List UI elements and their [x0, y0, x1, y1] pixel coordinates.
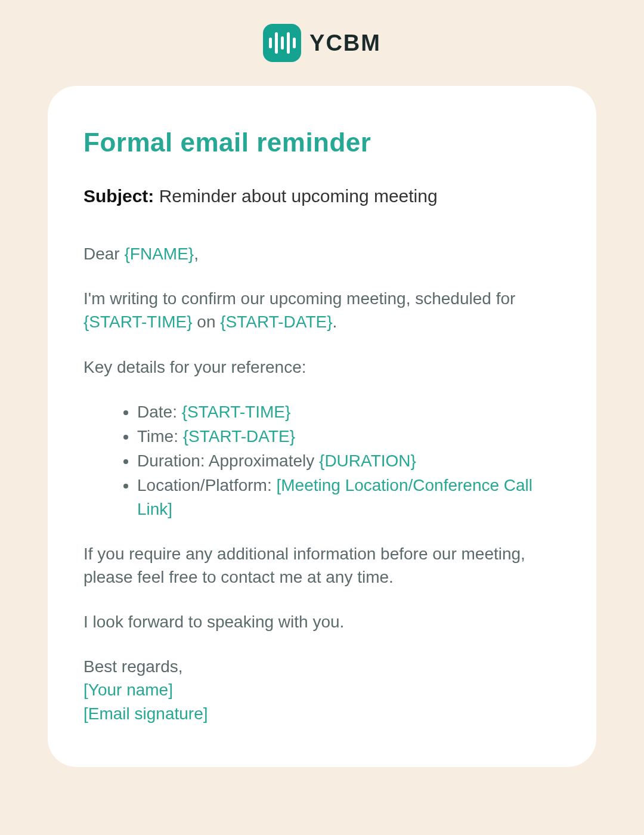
subject-value: Reminder about upcoming meeting	[159, 186, 438, 206]
look-forward-paragraph: I look forward to speaking with you.	[83, 610, 561, 633]
start-time-token: {START-TIME}	[83, 313, 193, 331]
template-heading: Formal email reminder	[83, 128, 561, 157]
detail-date-token: {START-TIME}	[182, 403, 291, 421]
subject-line: Subject: Reminder about upcoming meeting	[83, 186, 561, 206]
details-list: Date: {START-TIME} Time: {START-DATE} Du…	[83, 400, 561, 521]
intro-part1: I'm writing to confirm our upcoming meet…	[83, 289, 515, 308]
subject-label: Subject:	[83, 186, 154, 206]
greeting: Dear {FNAME},	[83, 242, 561, 265]
detail-location-label: Location/Platform:	[137, 476, 276, 494]
email-template-card: Formal email reminder Subject: Reminder …	[48, 86, 596, 767]
start-date-token: {START-DATE}	[220, 313, 332, 331]
closing-regards: Best regards,	[83, 655, 561, 678]
greeting-suffix: ,	[194, 245, 199, 263]
detail-time-label: Time:	[137, 427, 183, 446]
details-intro: Key details for your reference:	[83, 355, 561, 379]
detail-duration-token: {DURATION}	[319, 451, 416, 470]
detail-time-token: {START-DATE}	[183, 427, 295, 446]
closing-block: Best regards, [Your name] [Email signatu…	[83, 655, 561, 725]
additional-info-paragraph: If you require any additional informatio…	[83, 542, 561, 589]
greeting-prefix: Dear	[83, 245, 124, 263]
brand-logo: YCBM	[48, 24, 596, 62]
closing-name-token: [Your name]	[83, 678, 561, 701]
intro-paragraph: I'm writing to confirm our upcoming meet…	[83, 287, 561, 333]
detail-duration-label: Duration: Approximately	[137, 451, 319, 470]
detail-date: Date: {START-TIME}	[137, 400, 561, 423]
brand-icon	[263, 24, 301, 62]
intro-middle: on	[193, 313, 221, 331]
detail-time: Time: {START-DATE}	[137, 425, 561, 448]
intro-suffix: .	[333, 313, 338, 331]
closing-signature-token: [Email signature]	[83, 702, 561, 725]
detail-duration: Duration: Approximately {DURATION}	[137, 449, 561, 472]
detail-location: Location/Platform: [Meeting Location/Con…	[137, 474, 561, 520]
fname-token: {FNAME}	[124, 245, 194, 263]
detail-date-label: Date:	[137, 403, 182, 421]
brand-name: YCBM	[309, 30, 381, 56]
